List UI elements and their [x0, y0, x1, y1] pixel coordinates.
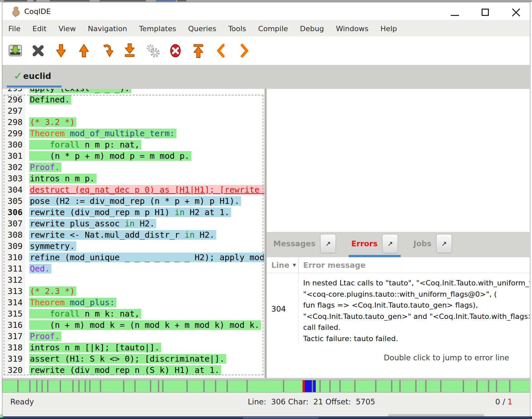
- line-number: 311: [3, 263, 25, 274]
- line-number: 296: [3, 94, 25, 105]
- line-number: 314: [3, 297, 25, 308]
- line-number: 315: [3, 308, 25, 320]
- line-number: 316: [3, 320, 25, 331]
- code-line-320[interactable]: 320rewrite (div_mod_rep n (S k) H1) at 1…: [3, 365, 264, 376]
- sentence-boundary-tick: [354, 380, 356, 392]
- error-line-number: 304: [267, 273, 299, 345]
- code-line-311[interactable]: 311Qed.: [3, 263, 264, 274]
- menu-item-file[interactable]: File: [8, 25, 21, 33]
- line-number: 308: [3, 229, 25, 241]
- toolbar-run-to-end-button[interactable]: [121, 41, 138, 60]
- toolbar-previous-occurrence-button[interactable]: [213, 41, 230, 60]
- code-line-316[interactable]: 316 (n + m) mod k = (n mod k + m mod k) …: [3, 320, 264, 331]
- toolbar-step-backward-button[interactable]: [76, 41, 92, 60]
- toolbar: [2, 36, 530, 65]
- code-line-302[interactable]: 302Proof.: [3, 162, 264, 173]
- sentence-boundary-tick: [440, 380, 441, 392]
- active-tab-indicator: [7, 86, 62, 88]
- toolbar-make-button[interactable]: [144, 41, 161, 60]
- code-line-300[interactable]: 300 forall n m p: nat,: [3, 139, 264, 150]
- gears-icon: [145, 43, 160, 58]
- maximize-button[interactable]: [480, 7, 491, 18]
- jump-to-error-hint: Double click to jump to error line: [267, 353, 509, 362]
- detach-jobs-button[interactable]: ↗: [436, 234, 452, 253]
- menu-item-debug[interactable]: Debug: [300, 25, 324, 33]
- sentence-boundary-tick: [17, 380, 19, 392]
- code-line-309[interactable]: 309symmetry.: [3, 241, 264, 252]
- code-line-296[interactable]: 296Defined.: [3, 94, 264, 105]
- toolbar-interrupt-button[interactable]: [167, 41, 184, 60]
- error-counter: 0 / 1: [495, 397, 512, 406]
- code-line-298[interactable]: 298(* 3.2 *): [3, 117, 264, 128]
- code-line-318[interactable]: 318intros n m [|k]; [tauto|].: [3, 342, 264, 353]
- code-editor[interactable]: 295apply (exist _ _ _).296Defined.297298…: [3, 89, 264, 376]
- menu-item-compile[interactable]: Compile: [258, 25, 288, 33]
- toolbar-close-button[interactable]: [30, 41, 46, 60]
- sentence-boundary-tick: [203, 380, 205, 392]
- code-line-315[interactable]: 315 forall n m k: nat,: [3, 308, 264, 320]
- line-number: 300: [3, 139, 25, 150]
- sentence-boundary-tick: [72, 380, 74, 392]
- code-line-314[interactable]: 314Theorem mod_plus:: [3, 297, 264, 308]
- tab-jobs[interactable]: Jobs↗: [411, 232, 455, 257]
- column-header-message[interactable]: Error message: [299, 257, 530, 273]
- menu-item-edit[interactable]: Edit: [33, 25, 47, 33]
- toolbar-save-button[interactable]: [7, 41, 24, 60]
- tab-messages[interactable]: Messages↗: [271, 232, 339, 257]
- code-line-308[interactable]: 308rewrite <- Nat.mul_add_distr_r in H2.: [3, 229, 264, 241]
- sentence-boundary-tick: [100, 380, 101, 392]
- code-line-306[interactable]: 306rewrite (div_mod_rep m p H1) in H2 at…: [3, 207, 264, 218]
- toolbar-restart-button[interactable]: [190, 41, 207, 60]
- toolbar-go-to-cursor-button[interactable]: [99, 41, 115, 60]
- minimize-button[interactable]: [449, 7, 461, 18]
- code-line-295[interactable]: 295apply (exist _ _ _).: [3, 89, 264, 94]
- code-line-313[interactable]: 313(* 2.3 *): [3, 286, 264, 297]
- menu-item-windows[interactable]: Windows: [336, 25, 368, 33]
- tab-messages-label: Messages: [273, 239, 315, 248]
- sentence-boundary-tick: [162, 380, 164, 392]
- counter-separator: /: [500, 397, 507, 406]
- sentence-boundary-tick: [41, 380, 43, 392]
- menu-item-queries[interactable]: Queries: [188, 25, 216, 33]
- menu-item-view[interactable]: View: [58, 25, 76, 33]
- line-number: 312: [3, 274, 25, 286]
- code-line-317[interactable]: 317Proof.: [3, 331, 264, 342]
- error-segment: [302, 380, 305, 392]
- code-line-301[interactable]: 301 (n * p + m) mod p = m mod p.: [3, 150, 264, 162]
- line-number: 302: [3, 162, 25, 173]
- menu-item-help[interactable]: Help: [380, 25, 397, 33]
- close-button[interactable]: [510, 7, 522, 18]
- column-header-line[interactable]: Line ▼: [267, 257, 299, 273]
- sentence-boundary-tick: [29, 380, 31, 392]
- tab-errors[interactable]: Errors↗: [349, 232, 401, 257]
- message-header-label: Error message: [303, 261, 366, 269]
- code-line-304[interactable]: 304destruct (eq_nat_dec p 0) as [H1|H1];…: [3, 184, 264, 196]
- code-line-305[interactable]: 305pose (H2 := div_mod_rep (n * p + m) p…: [3, 196, 264, 207]
- code-line-310[interactable]: 310refine (mod_unique _ _ _ _ _ _ _ H2);…: [3, 252, 264, 263]
- tab-euclid[interactable]: ✓ euclid: [7, 65, 58, 87]
- line-header-label: Line: [271, 261, 290, 269]
- detach-messages-button[interactable]: ↗: [320, 234, 336, 253]
- sentence-boundary-tick: [150, 380, 151, 392]
- line-number: 318: [3, 342, 25, 353]
- sentence-boundary-tick: [215, 380, 216, 392]
- error-row[interactable]: 304 In nested Ltac calls to "tauto", "<C…: [267, 273, 530, 345]
- line-number: 317: [3, 331, 25, 342]
- vertical-splitter[interactable]: [264, 89, 267, 378]
- code-line-312[interactable]: 312: [3, 274, 264, 286]
- menu-item-tools[interactable]: Tools: [228, 25, 246, 33]
- menu-item-templates[interactable]: Templates: [139, 25, 176, 33]
- detach-errors-button[interactable]: ↗: [382, 234, 398, 253]
- toolbar-step-forward-button[interactable]: [53, 41, 69, 60]
- code-line-299[interactable]: 299Theorem mod_of_multiple_term:: [3, 128, 264, 139]
- menu-item-navigation[interactable]: Navigation: [88, 25, 127, 33]
- line-number: 306: [3, 207, 25, 218]
- sentence-boundary-tick: [227, 380, 228, 392]
- error-message-line: fun flags => <Coq.Init.Tauto.tauto_gen> …: [303, 300, 530, 311]
- code-line-303[interactable]: 303intros n m p.: [3, 173, 264, 184]
- toolbar-next-occurrence-button[interactable]: [236, 41, 252, 60]
- sentence-boundary-tick: [283, 380, 284, 392]
- code-line-297[interactable]: 297: [3, 105, 264, 117]
- code-line-307[interactable]: 307rewrite plus_assoc in H2.: [3, 218, 264, 229]
- code-line-319[interactable]: 319assert (H1: S k <> 0); [discriminate|…: [3, 353, 264, 365]
